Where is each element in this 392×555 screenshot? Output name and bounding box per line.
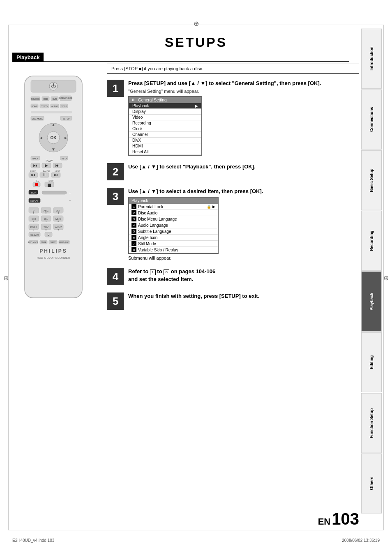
menu-item-recording: Recording bbox=[129, 120, 201, 126]
page-border-top bbox=[8, 25, 384, 25]
main-title: SETUPS bbox=[12, 35, 380, 50]
svg-text:8: 8 bbox=[46, 228, 47, 231]
svg-text:►: ► bbox=[64, 136, 68, 140]
svg-text:DVD: DVD bbox=[53, 98, 57, 100]
step-3-content: Use [▲ / ▼] to select a desired item, th… bbox=[128, 188, 359, 260]
header-divider bbox=[12, 61, 349, 62]
svg-text:1: 1 bbox=[33, 212, 35, 214]
step-1-subtitle: "General Setting" menu will appear. bbox=[128, 89, 359, 94]
step-3-number: 3 bbox=[107, 188, 124, 205]
right-sidebar: Introduction Connections Basic Setup Rec… bbox=[361, 29, 382, 514]
svg-text:HOME: HOME bbox=[32, 105, 38, 108]
footer-right: 2008/06/02 13:36:19 bbox=[342, 538, 380, 543]
step-4: 4 Refer to 1 to 8 on pages 104-106and se… bbox=[107, 268, 359, 285]
page-footer: E2H40UD_v4.indd 103 2008/06/02 13:36:19 bbox=[12, 538, 380, 543]
svg-text:PLAY: PLAY bbox=[46, 159, 53, 162]
svg-text:SOURCE: SOURCE bbox=[31, 98, 40, 100]
svg-text:DTV/TV: DTV/TV bbox=[41, 105, 48, 108]
menu-item-divx: DivX bbox=[129, 138, 201, 143]
sidebar-tab-basic-setup[interactable]: Basic Setup bbox=[361, 150, 382, 210]
step-4-number: 4 bbox=[107, 268, 124, 285]
step-3: 3 Use [▲ / ▼] to select a desired item, … bbox=[107, 188, 359, 260]
svg-text:2: 2 bbox=[46, 212, 47, 214]
footer-left: E2H40UD_v4.indd 103 bbox=[12, 538, 54, 543]
svg-text:⏮: ⏮ bbox=[33, 163, 37, 168]
step-1-title: Press [SETUP] and use [▲ / ▼] to select … bbox=[128, 80, 359, 87]
svg-point-55 bbox=[35, 183, 38, 186]
step-5: 5 When you finish with setting, press [S… bbox=[107, 292, 359, 310]
page-number: 103 bbox=[332, 510, 359, 528]
box-num-8: 8 bbox=[164, 269, 169, 275]
menu-item-channel: Channel bbox=[129, 132, 201, 138]
svg-text:⏸: ⏸ bbox=[42, 173, 46, 177]
step-4-title: Refer to 1 to 8 on pages 104-106and set … bbox=[128, 268, 359, 283]
reg-mark-right: ⊕ bbox=[383, 274, 389, 281]
sidebar-tab-others[interactable]: Others bbox=[361, 454, 382, 514]
box-num-1: 1 bbox=[150, 269, 156, 275]
svg-text:SKIP: SKIP bbox=[31, 191, 36, 194]
sidebar-tab-playback[interactable]: Playback bbox=[361, 272, 382, 332]
step-5-number: 5 bbox=[107, 292, 124, 310]
page-number-block: EN 103 bbox=[318, 510, 359, 528]
sidebar-tab-recording[interactable]: Recording bbox=[361, 211, 382, 271]
svg-text:REC: REC bbox=[35, 180, 39, 182]
page-border-left bbox=[8, 25, 9, 530]
list-item-5: 5 Subtitle Language bbox=[129, 228, 218, 235]
step-4-content: Refer to 1 to 8 on pages 104-106and set … bbox=[128, 268, 359, 283]
menu-item-playback: Playback ▶ bbox=[129, 103, 201, 109]
svg-text:5: 5 bbox=[46, 220, 47, 223]
svg-text:⏻: ⏻ bbox=[51, 83, 56, 89]
svg-text:PHILIPS: PHILIPS bbox=[39, 248, 67, 254]
svg-text:◄: ◄ bbox=[39, 136, 43, 140]
svg-text:HDD: HDD bbox=[44, 98, 48, 100]
list-item-1: 1 Parental Lock 🔒 ▶ bbox=[129, 204, 218, 210]
svg-text:⏮: ⏮ bbox=[31, 173, 35, 177]
title-section: SETUPS bbox=[12, 29, 380, 54]
sidebar-tab-introduction[interactable]: Introduction bbox=[361, 29, 382, 89]
svg-rect-57 bbox=[48, 184, 51, 187]
svg-rect-62 bbox=[42, 191, 67, 194]
svg-text:DISC MENU: DISC MENU bbox=[32, 117, 43, 120]
step-2-title: Use [▲ / ▼] to select "Playback", then p… bbox=[128, 163, 359, 170]
svg-rect-20 bbox=[31, 111, 72, 113]
svg-text:STOP: STOP bbox=[48, 180, 54, 182]
step-2-content: Use [▲ / ▼] to select "Playback", then p… bbox=[128, 163, 359, 172]
section-title: Playback bbox=[16, 54, 39, 60]
menu-item-video: Video bbox=[129, 115, 201, 120]
svg-text:CLEAR: CLEAR bbox=[30, 234, 39, 236]
svg-text:▼: ▼ bbox=[51, 147, 55, 152]
svg-text:SETUP: SETUP bbox=[63, 117, 70, 120]
list-item-6: 6 Angle Icon bbox=[129, 235, 218, 241]
menu-item-display: Display bbox=[129, 109, 201, 115]
page-en-label: EN bbox=[318, 516, 331, 527]
step-5-content: When you finish with setting, press [SET… bbox=[128, 292, 359, 302]
list-item-7: 7 Still Mode bbox=[129, 241, 218, 247]
step-1: 1 Press [SETUP] and use [▲ / ▼] to selec… bbox=[107, 80, 359, 156]
sidebar-tab-editing[interactable]: Editing bbox=[361, 332, 382, 392]
svg-text:AUDIO: AUDIO bbox=[51, 105, 58, 108]
submenu-note: Submenu will appear. bbox=[128, 256, 359, 260]
svg-text:−: − bbox=[69, 198, 71, 202]
step-2-number: 2 bbox=[107, 163, 124, 180]
step-2: 2 Use [▲ / ▼] to select "Playback", then… bbox=[107, 163, 359, 180]
svg-text:9: 9 bbox=[58, 228, 59, 231]
svg-text:DIRECT: DIRECT bbox=[50, 242, 57, 244]
svg-text:REC MODE: REC MODE bbox=[28, 242, 38, 244]
step-1-menu: 🖥 General Setting Playback ▶ Display Vid… bbox=[128, 96, 202, 156]
press-note: Press [STOP ■] if you are playing back a… bbox=[107, 64, 359, 74]
svg-text:OK: OK bbox=[51, 136, 57, 140]
list-item-8: 8 Variable Skip / Replay bbox=[129, 247, 218, 253]
sidebar-tab-function-setup[interactable]: Function Setup bbox=[361, 393, 382, 453]
svg-text:4: 4 bbox=[33, 220, 35, 223]
remote-area: ⏻ SOURCE HDD DVD OPEN/CLOSE HOME DTV/TV … bbox=[12, 72, 99, 311]
svg-text:TIMER: TIMER bbox=[41, 242, 47, 244]
remote-svg: ⏻ SOURCE HDD DVD OPEN/CLOSE HOME DTV/TV … bbox=[12, 72, 95, 310]
svg-text:OPEN/CLOSE: OPEN/CLOSE bbox=[59, 97, 73, 99]
list-header: Playback bbox=[129, 198, 218, 204]
svg-text:TITLE: TITLE bbox=[61, 105, 67, 108]
list-item-2: 2 Disc Audio bbox=[129, 210, 218, 216]
step-1-number: 1 bbox=[107, 80, 124, 97]
page-border-bottom bbox=[8, 530, 384, 530]
sidebar-tab-connections[interactable]: Connections bbox=[361, 90, 382, 150]
menu-item-resetall: Reset All bbox=[129, 149, 201, 155]
